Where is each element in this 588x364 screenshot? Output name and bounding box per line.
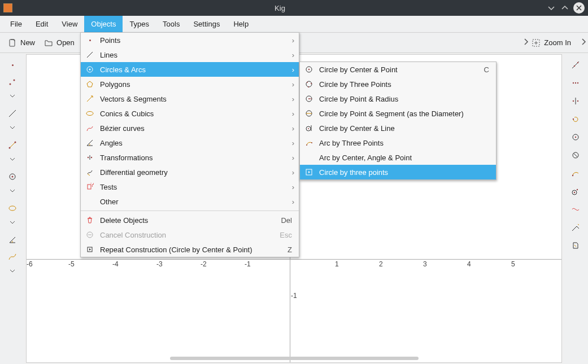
titlebar: Kig bbox=[0, 0, 588, 16]
canvas-scrollbar-horizontal[interactable] bbox=[170, 357, 419, 360]
conic-tool[interactable] bbox=[4, 200, 21, 217]
menu-help[interactable]: Help bbox=[227, 16, 255, 32]
svg-point-38 bbox=[311, 83, 312, 84]
submenu-circle-by-three-points[interactable]: Circle by three points bbox=[300, 165, 496, 179]
svg-point-37 bbox=[307, 82, 308, 83]
submenu-circle-three-points[interactable]: Circle by Three Points bbox=[300, 77, 496, 91]
menu-transformations[interactable]: Transformations › bbox=[81, 150, 299, 165]
segment-tool[interactable] bbox=[4, 137, 21, 154]
menu-item-label: Cancel Construction bbox=[100, 231, 166, 239]
submenu-arc-center-angle-point[interactable]: Arc by Center, Angle & Point bbox=[300, 150, 496, 165]
expand-toggle[interactable] bbox=[4, 217, 21, 228]
submenu-arrow-icon: › bbox=[292, 183, 294, 191]
submenu-circle-point-segment[interactable]: Circle by Point & Segment (as the Diamet… bbox=[300, 106, 496, 121]
script-tool[interactable] bbox=[567, 237, 584, 254]
expand-toggle[interactable] bbox=[4, 90, 21, 102]
chevron-right-icon bbox=[579, 37, 588, 46]
arc-tool[interactable] bbox=[567, 165, 584, 182]
expand-toggle[interactable] bbox=[4, 265, 21, 277]
chevron-down-icon bbox=[9, 156, 16, 163]
submenu-circle-center-point[interactable]: Circle by Center & Point C bbox=[300, 62, 496, 77]
submenu-item-label: Circle by three points bbox=[319, 168, 388, 177]
circle-icon bbox=[8, 172, 17, 181]
reflect-tool[interactable] bbox=[567, 93, 584, 109]
menu-differential-geometry[interactable]: Differential geometry › bbox=[81, 165, 299, 179]
circle-pr-icon bbox=[304, 94, 313, 103]
point-tool[interactable] bbox=[4, 56, 21, 73]
menu-edit[interactable]: Edit bbox=[29, 16, 55, 32]
maximize-button[interactable] bbox=[560, 3, 570, 13]
svg-point-10 bbox=[577, 62, 578, 63]
menu-types[interactable]: Types bbox=[123, 16, 156, 32]
menu-tools[interactable]: Tools bbox=[156, 16, 186, 32]
menu-conics-cubics[interactable]: Conics & Cubics › bbox=[81, 106, 299, 121]
toolbar-overflow-right[interactable] bbox=[576, 37, 585, 48]
menu-item-label: Circles & Arcs bbox=[100, 65, 146, 74]
menu-angles[interactable]: Angles › bbox=[81, 135, 299, 150]
menu-points[interactable]: Points › bbox=[81, 33, 299, 47]
submenu-item-label: Circle by Point & Segment (as the Diamet… bbox=[319, 109, 464, 118]
points-tool[interactable] bbox=[4, 73, 21, 90]
chevron-down-icon bbox=[9, 267, 16, 274]
perpendicular-tool[interactable] bbox=[567, 56, 584, 73]
menu-repeat-construction[interactable]: Repeat Construction (Circle by Center & … bbox=[81, 242, 299, 257]
minimize-button[interactable] bbox=[546, 3, 556, 13]
expand-toggle[interactable] bbox=[4, 154, 21, 165]
menu-delete-objects[interactable]: Delete Objects Del bbox=[81, 213, 299, 227]
open-button[interactable]: Open bbox=[40, 36, 79, 50]
submenu-arrow-icon: › bbox=[292, 109, 294, 118]
menu-objects[interactable]: Objects bbox=[84, 16, 123, 32]
submenu-circle-point-radius[interactable]: Circle by Point & Radius bbox=[300, 91, 496, 106]
inversion-tool[interactable] bbox=[567, 147, 584, 164]
svg-point-5 bbox=[15, 142, 16, 143]
menu-circles-arcs[interactable]: Circles & Arcs › bbox=[81, 62, 299, 77]
reflect-icon bbox=[571, 97, 580, 106]
menu-bezier[interactable]: Bézier curves › bbox=[81, 121, 299, 135]
locus-tool[interactable] bbox=[567, 201, 584, 218]
svg-point-25 bbox=[89, 69, 91, 71]
repeat-icon bbox=[85, 245, 94, 254]
bezier-tool[interactable] bbox=[4, 248, 21, 265]
x-tick: -5 bbox=[68, 260, 75, 268]
circles-arcs-submenu: Circle by Center & Point C Circle by Thr… bbox=[299, 62, 496, 180]
menu-settings[interactable]: Settings bbox=[186, 16, 227, 32]
submenu-item-label: Arc by Three Points bbox=[319, 139, 384, 147]
x-tick: 1 bbox=[335, 260, 339, 268]
parallel-tool[interactable] bbox=[567, 74, 584, 91]
point-icon bbox=[85, 36, 94, 45]
toolbar-overflow-left[interactable] bbox=[518, 37, 527, 48]
circle-cl-icon bbox=[304, 124, 313, 133]
close-button[interactable] bbox=[573, 2, 585, 14]
menu-view[interactable]: View bbox=[55, 16, 84, 32]
zoom-in-button[interactable]: Zoom In bbox=[527, 36, 576, 50]
menu-polygons[interactable]: Polygons › bbox=[81, 77, 299, 91]
menu-shortcut: Z bbox=[288, 245, 292, 254]
menu-file[interactable]: File bbox=[3, 16, 29, 32]
angle-icon bbox=[8, 235, 17, 244]
vector-icon bbox=[85, 94, 94, 103]
new-button[interactable]: New bbox=[3, 36, 40, 50]
rotate-tool[interactable] bbox=[567, 111, 584, 128]
diff-geom-icon bbox=[85, 168, 94, 177]
expand-toggle[interactable] bbox=[4, 122, 21, 133]
svg-point-22 bbox=[574, 192, 575, 193]
angle-tool[interactable] bbox=[4, 231, 21, 248]
menu-lines[interactable]: Lines › bbox=[81, 47, 299, 62]
menu-shortcut: C bbox=[484, 65, 489, 74]
submenu-arc-three-points[interactable]: Arc by Three Points bbox=[300, 135, 496, 150]
menu-vectors-segments[interactable]: Vectors & Segments › bbox=[81, 91, 299, 106]
measure-tool[interactable] bbox=[567, 219, 584, 236]
submenu-circle-center-line[interactable]: Circle by Center & Line bbox=[300, 121, 496, 135]
tangent-tool[interactable] bbox=[567, 183, 584, 200]
expand-toggle[interactable] bbox=[4, 185, 21, 196]
circle3p-tool[interactable] bbox=[567, 129, 584, 146]
menu-tests[interactable]: ? Tests › bbox=[81, 179, 299, 194]
svg-point-8 bbox=[9, 206, 16, 210]
line-tool[interactable] bbox=[4, 105, 21, 122]
svg-point-13 bbox=[577, 82, 578, 84]
menu-other[interactable]: Other › bbox=[81, 194, 299, 209]
circle-tool[interactable] bbox=[4, 168, 21, 185]
svg-point-20 bbox=[572, 175, 573, 176]
x-tick: -6 bbox=[27, 260, 33, 268]
chevron-up-icon bbox=[560, 3, 569, 12]
